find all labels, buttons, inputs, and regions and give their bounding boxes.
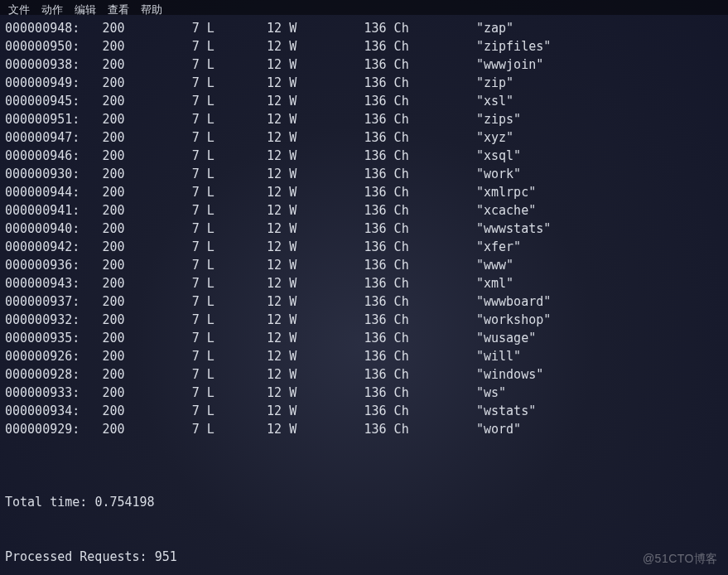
- cell-words: 12 W: [215, 276, 297, 291]
- cell-id: 000000928:: [5, 367, 80, 382]
- cell-words: 12 W: [215, 148, 297, 163]
- cell-status: 200: [80, 57, 124, 72]
- cell-payload: "wwwstats": [409, 221, 552, 236]
- summary-processed: Processed Requests: 951: [5, 548, 723, 566]
- cell-chars: 136 Ch: [297, 21, 408, 36]
- menu-file[interactable]: 文件: [8, 2, 30, 17]
- cell-lines: 7 L: [125, 130, 215, 145]
- cell-status: 200: [80, 75, 124, 90]
- cell-id: 000000937:: [5, 294, 80, 309]
- output-row: 000000949: 200 7 L 12 W 136 Ch "zip": [5, 74, 723, 92]
- cell-status: 200: [80, 239, 124, 254]
- cell-chars: 136 Ch: [297, 239, 408, 254]
- cell-status: 200: [80, 203, 124, 218]
- cell-words: 12 W: [215, 422, 297, 437]
- cell-lines: 7 L: [125, 239, 215, 254]
- cell-words: 12 W: [215, 130, 297, 145]
- menu-edit[interactable]: 编辑: [75, 2, 96, 17]
- cell-lines: 7 L: [125, 112, 215, 127]
- cell-chars: 136 Ch: [297, 331, 408, 345]
- cell-id: 000000933:: [5, 385, 80, 400]
- menu-action[interactable]: 动作: [41, 2, 63, 17]
- output-row: 000000944: 200 7 L 12 W 136 Ch "xmlrpc": [5, 183, 723, 201]
- output-row: 000000948: 200 7 L 12 W 136 Ch "zap": [5, 19, 723, 37]
- cell-chars: 136 Ch: [297, 75, 408, 90]
- cell-lines: 7 L: [125, 331, 215, 345]
- cell-payload: "will": [409, 349, 521, 364]
- cell-id: 000000930:: [5, 167, 80, 181]
- cell-words: 12 W: [215, 75, 297, 90]
- cell-lines: 7 L: [125, 422, 215, 437]
- cell-lines: 7 L: [125, 21, 215, 36]
- cell-status: 200: [80, 39, 124, 54]
- cell-lines: 7 L: [125, 349, 215, 364]
- cell-chars: 136 Ch: [297, 203, 408, 218]
- cell-words: 12 W: [215, 294, 297, 309]
- cell-id: 000000949:: [5, 75, 80, 90]
- watermark: @51CTO博客: [643, 552, 718, 567]
- cell-chars: 136 Ch: [297, 112, 408, 127]
- cell-chars: 136 Ch: [297, 403, 408, 418]
- cell-payload: "work": [409, 167, 521, 181]
- cell-status: 200: [80, 294, 124, 309]
- cell-words: 12 W: [215, 112, 297, 127]
- cell-chars: 136 Ch: [297, 39, 408, 54]
- cell-chars: 136 Ch: [297, 276, 408, 291]
- cell-words: 12 W: [215, 167, 297, 181]
- cell-payload: "wwwboard": [409, 294, 552, 309]
- cell-payload: "www": [409, 258, 513, 273]
- cell-words: 12 W: [215, 57, 297, 72]
- summary-block: Total time: 0.754198 Processed Requests:…: [5, 457, 723, 575]
- cell-lines: 7 L: [125, 57, 215, 72]
- cell-status: 200: [80, 130, 124, 145]
- cell-payload: "wstats": [409, 403, 537, 418]
- cell-id: 000000947:: [5, 130, 80, 145]
- cell-status: 200: [80, 385, 124, 400]
- cell-words: 12 W: [215, 312, 297, 327]
- cell-payload: "word": [409, 422, 521, 437]
- cell-id: 000000942:: [5, 239, 80, 254]
- cell-lines: 7 L: [125, 39, 215, 54]
- cell-lines: 7 L: [125, 312, 215, 327]
- menu-help[interactable]: 帮助: [141, 2, 162, 17]
- output-row: 000000951: 200 7 L 12 W 136 Ch "zips": [5, 110, 723, 128]
- menubar: 文件 动作 编辑 查看 帮助: [5, 2, 723, 19]
- cell-id: 000000944:: [5, 185, 80, 200]
- cell-id: 000000940:: [5, 221, 80, 236]
- cell-status: 200: [80, 167, 124, 181]
- cell-payload: "ws": [409, 385, 506, 400]
- cell-id: 000000943:: [5, 276, 80, 291]
- cell-chars: 136 Ch: [297, 349, 408, 364]
- output-row: 000000937: 200 7 L 12 W 136 Ch "wwwboard…: [5, 292, 723, 311]
- cell-lines: 7 L: [125, 203, 215, 218]
- output-row: 000000942: 200 7 L 12 W 136 Ch "xfer": [5, 238, 723, 256]
- cell-id: 000000950:: [5, 39, 80, 54]
- cell-id: 000000936:: [5, 258, 80, 273]
- cell-words: 12 W: [215, 185, 297, 200]
- cell-lines: 7 L: [125, 276, 215, 291]
- output-row: 000000938: 200 7 L 12 W 136 Ch "wwwjoin": [5, 56, 723, 74]
- cell-lines: 7 L: [125, 403, 215, 418]
- cell-chars: 136 Ch: [297, 294, 408, 309]
- output-rows[interactable]: 000000948: 200 7 L 12 W 136 Ch "zap"0000…: [5, 19, 723, 438]
- cell-status: 200: [80, 312, 124, 327]
- cell-payload: "xyz": [409, 130, 513, 145]
- cell-payload: "xml": [409, 276, 513, 291]
- cell-words: 12 W: [215, 403, 297, 418]
- cell-chars: 136 Ch: [297, 57, 408, 72]
- cell-payload: "xcache": [409, 203, 537, 218]
- output-row: 000000935: 200 7 L 12 W 136 Ch "wusage": [5, 329, 723, 347]
- output-row: 000000946: 200 7 L 12 W 136 Ch "xsql": [5, 147, 723, 165]
- cell-status: 200: [80, 331, 124, 345]
- cell-chars: 136 Ch: [297, 422, 408, 437]
- cell-payload: "xsql": [409, 148, 521, 163]
- cell-status: 200: [80, 94, 124, 109]
- output-row: 000000932: 200 7 L 12 W 136 Ch "workshop…: [5, 311, 723, 329]
- menu-view[interactable]: 查看: [108, 2, 129, 17]
- cell-status: 200: [80, 21, 124, 36]
- cell-words: 12 W: [215, 94, 297, 109]
- cell-id: 000000946:: [5, 148, 80, 163]
- cell-chars: 136 Ch: [297, 367, 408, 382]
- cell-payload: "zap": [409, 21, 513, 36]
- summary-total-time-label: Total time:: [5, 495, 94, 510]
